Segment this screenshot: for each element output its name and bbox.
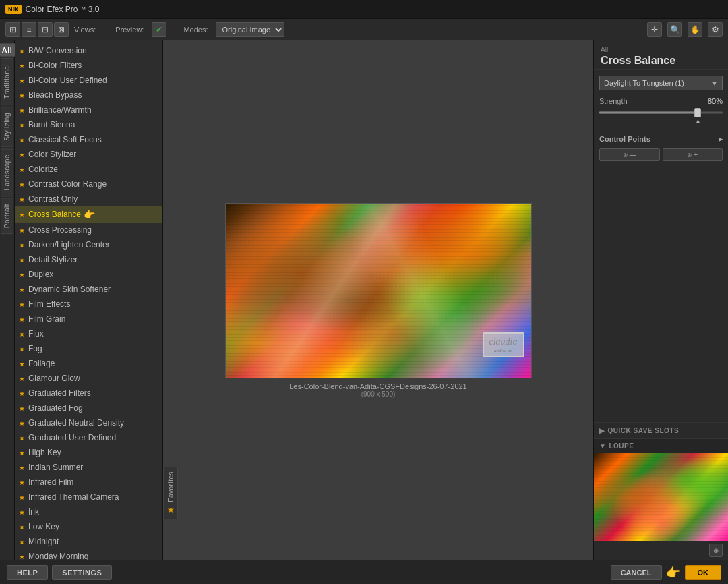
filter-item-infrared-film[interactable]: ★Infrared Film [15, 475, 162, 490]
filter-item-flux[interactable]: ★Flux [15, 326, 162, 341]
view-list-btn[interactable]: ≡ [22, 22, 36, 37]
sidebar-tab-traditional[interactable]: Traditional [1, 58, 13, 105]
settings-icon-btn[interactable]: ⚙ [708, 22, 723, 37]
zoom-icon-btn[interactable]: 🔍 [667, 22, 682, 37]
filter-name-label: Cross Processing [28, 225, 92, 235]
control-points-arrow: ▶ [719, 136, 723, 142]
filter-item-cross-balance[interactable]: ★Cross Balance👉 [15, 206, 162, 223]
filter-item-brilliance-warmth[interactable]: ★Brilliance/Warmth [15, 103, 162, 117]
filter-item-midnight[interactable]: ★Midnight [15, 534, 162, 549]
filter-item-glamour-glow[interactable]: ★Glamour Glow [15, 371, 162, 386]
filter-item-high-key[interactable]: ★High Key [15, 445, 162, 460]
filter-star-icon: ★ [19, 241, 25, 249]
filter-item-bi-color-filters[interactable]: ★Bi-Color Filters [15, 58, 162, 73]
filter-name-label: Colorize [28, 165, 58, 174]
sidebar-tab-portrait[interactable]: Portrait [1, 198, 13, 234]
modes-label: Modes: [183, 26, 208, 34]
right-panel: All Cross Balance Daylight To Tungsten (… [593, 40, 728, 560]
filter-list: ★B/W Conversion★Bi-Color Filters★Bi-Colo… [15, 40, 162, 560]
filter-name-label: Dynamic Skin Softener [28, 285, 111, 294]
sidebar-tab-stylizing[interactable]: Stylizing [1, 107, 13, 147]
filter-name-label: Graduated Filters [28, 388, 91, 398]
preset-dropdown[interactable]: Daylight To Tungsten (1) ▼ [599, 76, 723, 90]
panel-filter-title: Cross Balance [601, 55, 721, 67]
filter-item-dynamic-skin-softener[interactable]: ★Dynamic Skin Softener [15, 282, 162, 297]
filter-item-classical-soft-focus[interactable]: ★Classical Soft Focus [15, 132, 162, 147]
view-grid2-btn[interactable]: ⊟ [38, 22, 53, 37]
filter-item-monday-morning[interactable]: ★Monday Morning [15, 549, 162, 560]
filter-item-fog[interactable]: ★Fog [15, 341, 162, 356]
sep1 [107, 23, 107, 36]
modes-select[interactable]: Original Image Split Preview [216, 22, 284, 37]
sep2 [175, 23, 175, 36]
filter-star-icon: ★ [19, 345, 25, 353]
panel-breadcrumb: All [601, 46, 721, 53]
filter-item-duplex[interactable]: ★Duplex [15, 267, 162, 282]
favorites-tab[interactable]: Favorites ★ [163, 467, 178, 519]
filter-name-label: Low Key [28, 522, 59, 531]
filter-item-foliage[interactable]: ★Foliage [15, 356, 162, 371]
cp-icon-right: ⊕ [687, 152, 692, 158]
sidebar-tab-landscape[interactable]: Landscape [1, 148, 13, 196]
strength-slider-thumb[interactable] [694, 108, 701, 117]
filter-item-contrast-only[interactable]: ★Contrast Only [15, 192, 162, 206]
filter-name-label: Bi-Color Filters [28, 61, 82, 70]
filter-item-detail-stylizer[interactable]: ★Detail Stylizer [15, 252, 162, 267]
filter-name-label: Fog [28, 344, 42, 353]
filter-item-indian-summer[interactable]: ★Indian Summer [15, 460, 162, 475]
filter-item-film-grain[interactable]: ★Film Grain [15, 312, 162, 326]
control-points-header[interactable]: Control Points ▶ [599, 134, 723, 144]
quick-save-header[interactable]: ▶ QUICK SAVE SLOTS [599, 427, 723, 434]
loupe-controls: ⊕ [594, 541, 728, 560]
bottom-left-buttons: HELP SETTINGS [7, 565, 112, 580]
filter-item-bleach-bypass[interactable]: ★Bleach Bypass [15, 88, 162, 103]
filter-item-graduated-filters[interactable]: ★Graduated Filters [15, 386, 162, 401]
filter-item-graduated-user-defined[interactable]: ★Graduated User Defined [15, 430, 162, 445]
hand-icon-btn[interactable]: ✋ [688, 22, 702, 37]
sidebar-tab-all[interactable]: All [0, 43, 16, 57]
filter-item-bi-color-user-defined[interactable]: ★Bi-Color User Defined [15, 73, 162, 88]
app-title: Color Efex Pro™ 3.0 [26, 5, 100, 14]
cp-minus-btn[interactable]: ⊕ — [599, 148, 660, 161]
filter-item-graduated-neutral-density[interactable]: ★Graduated Neutral Density [15, 415, 162, 430]
filter-item-contrast-color-range[interactable]: ★Contrast Color Range [15, 177, 162, 192]
view-grid3-btn[interactable]: ⊠ [54, 22, 69, 37]
filter-item-darken-lighten-center[interactable]: ★Darken/Lighten Center [15, 237, 162, 252]
filter-item-burnt-sienna[interactable]: ★Burnt Sienna [15, 117, 162, 132]
preview-toggle[interactable]: ✔ [152, 22, 166, 37]
filter-name-label: High Key [28, 448, 61, 457]
loupe-header[interactable]: ▼ LOUPE [594, 439, 728, 453]
panel-header: All Cross Balance [594, 40, 728, 70]
filter-item-graduated-fog[interactable]: ★Graduated Fog [15, 401, 162, 415]
crosshair-icon-btn[interactable]: ✛ [647, 22, 662, 37]
slider-center-marker: ▲ [694, 117, 701, 125]
cp-plus-btn[interactable]: ⊕ + [663, 148, 723, 161]
preview-canvas: claudia and so on [225, 203, 532, 378]
filter-item-cross-processing[interactable]: ★Cross Processing [15, 223, 162, 237]
filter-item-colorize[interactable]: ★Colorize [15, 162, 162, 177]
view-grid-btn[interactable]: ⊞ [5, 22, 20, 37]
filter-item-film-effects[interactable]: ★Film Effects [15, 297, 162, 312]
panel-controls: Daylight To Tungsten (1) ▼ Strength 80% … [594, 70, 728, 422]
loupe-zoom-btn[interactable]: ⊕ [709, 544, 723, 557]
filter-star-icon: ★ [19, 553, 25, 560]
strength-row: Strength 80% [599, 97, 723, 105]
cancel-button[interactable]: CANCEL [611, 565, 662, 580]
ok-button[interactable]: OK [685, 565, 722, 580]
filter-star-icon: ★ [19, 121, 25, 129]
strength-value: 80% [708, 97, 723, 105]
filter-name-label: Contrast Color Range [28, 179, 107, 189]
filter-item-color-stylizer[interactable]: ★Color Stylizer [15, 147, 162, 162]
filter-name-label: Cross Balance [28, 210, 81, 219]
settings-button[interactable]: SETTINGS [52, 565, 112, 580]
filter-name-label: Film Effects [28, 299, 70, 309]
filter-item-b-w-conversion[interactable]: ★B/W Conversion [15, 43, 162, 58]
filter-item-low-key[interactable]: ★Low Key [15, 519, 162, 534]
filter-star-icon: ★ [19, 166, 25, 173]
help-button[interactable]: HELP [7, 565, 48, 580]
strength-slider-fill [599, 112, 698, 114]
filter-item-infrared-thermal-camera[interactable]: ★Infrared Thermal Camera [15, 490, 162, 504]
filter-star-icon: ★ [19, 107, 25, 114]
filter-item-ink[interactable]: ★Ink [15, 504, 162, 519]
favorites-label: Favorites [167, 471, 175, 502]
